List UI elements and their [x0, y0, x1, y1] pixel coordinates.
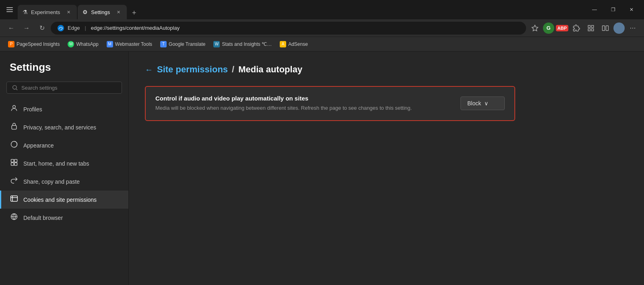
- close-experiments-tab-btn[interactable]: ✕: [65, 8, 72, 16]
- autoplay-dropdown-btn[interactable]: Block ∨: [460, 96, 505, 110]
- media-autoplay-card: Control if audio and video play automati…: [145, 86, 515, 121]
- card-text: Control if audio and video play automati…: [155, 95, 452, 112]
- dropdown-label: Block: [467, 100, 481, 107]
- url-display: edge://settings/content/mediaAutoplay: [91, 25, 180, 31]
- default-browser-icon: [10, 213, 19, 223]
- collections-btn[interactable]: [584, 22, 597, 35]
- sidebar-item-appearance[interactable]: Appearance: [0, 136, 128, 154]
- dropdown-arrow-icon: ∨: [484, 100, 488, 107]
- bookmark-whatsapp-label: WhatsApp: [76, 41, 98, 47]
- new-tab-button[interactable]: +: [128, 6, 140, 19]
- bookmark-stats[interactable]: W Stats and Insights ℃…: [210, 39, 275, 49]
- sidebar-item-privacy[interactable]: Privacy, search, and services: [0, 118, 128, 136]
- bookmark-translate[interactable]: T Google Translate: [157, 39, 208, 49]
- tab-experiments[interactable]: ⚗ Experiments ✕: [18, 5, 77, 19]
- sidebar-item-share-label: Share, copy and paste: [23, 178, 80, 185]
- svg-rect-7: [592, 29, 594, 31]
- close-settings-tab-btn[interactable]: ✕: [115, 8, 122, 16]
- breadcrumb: ← Site permissions / Media autoplay: [145, 64, 628, 75]
- address-separator: |: [85, 25, 86, 31]
- window-controls: — ❐ ✕: [585, 3, 641, 16]
- svg-rect-16: [11, 160, 14, 162]
- bookmark-whatsapp[interactable]: W WhatsApp: [64, 39, 101, 49]
- bookmark-webmaster-label: Webmaster Tools: [115, 41, 152, 47]
- favorites-btn[interactable]: [528, 22, 541, 35]
- titlebar: ⚗ Experiments ✕ ⚙ Settings ✕ + — ❐ ✕: [0, 0, 644, 19]
- tab-settings-label: Settings: [91, 9, 110, 15]
- back-button[interactable]: ←: [5, 22, 18, 35]
- svg-rect-1: [6, 9, 13, 10]
- pagespeed-icon: P: [8, 41, 14, 47]
- profile-avatar[interactable]: [613, 23, 625, 34]
- svg-rect-6: [592, 25, 594, 27]
- bookmark-pagespeed[interactable]: P PageSpeed Insights: [5, 39, 63, 49]
- svg-point-11: [13, 86, 17, 89]
- sidebar-item-default-browser[interactable]: Default browser: [0, 209, 128, 227]
- breadcrumb-link[interactable]: Site permissions: [157, 64, 228, 75]
- svg-point-13: [13, 105, 16, 108]
- edge-logo-icon: [57, 25, 64, 32]
- edge-label: Edge: [68, 25, 80, 31]
- more-options-btn[interactable]: ···: [626, 22, 639, 35]
- translate-icon: T: [160, 41, 167, 47]
- svg-line-12: [16, 89, 17, 90]
- forward-button[interactable]: →: [20, 22, 33, 35]
- profiles-icon: [10, 104, 19, 114]
- share-icon: [10, 176, 19, 187]
- settings-sidebar: Settings Profiles Privacy, search, and s…: [0, 51, 129, 285]
- sidebar-item-share[interactable]: Share, copy and paste: [0, 172, 128, 191]
- whatsapp-icon: W: [68, 41, 74, 47]
- tab-experiments-label: Experiments: [31, 9, 60, 15]
- navbar: ← → ↻ Edge | edge://settings/content/med…: [0, 19, 644, 37]
- bookmark-translate-label: Google Translate: [169, 41, 205, 47]
- settings-title: Settings: [0, 61, 128, 82]
- minimize-button[interactable]: —: [585, 3, 604, 16]
- adsense-icon: A: [280, 41, 286, 47]
- bookmark-adsense[interactable]: A AdSense: [277, 39, 311, 49]
- svg-rect-9: [603, 26, 605, 31]
- sidebar-item-appearance-label: Appearance: [23, 142, 54, 149]
- google-translate-badge[interactable]: G: [543, 23, 554, 34]
- sidebar-toggle-btn[interactable]: [3, 3, 16, 16]
- sidebar-item-start-home[interactable]: Start, home, and new tabs: [0, 154, 128, 172]
- svg-rect-0: [6, 7, 13, 8]
- bookmark-pagespeed-label: PageSpeed Insights: [17, 41, 60, 47]
- stats-icon: W: [213, 41, 220, 47]
- page-content: ← Site permissions / Media autoplay Cont…: [129, 51, 644, 285]
- extensions-btn[interactable]: [570, 22, 583, 35]
- start-home-icon: [10, 158, 19, 168]
- card-title: Control if audio and video play automati…: [155, 95, 452, 102]
- svg-rect-20: [11, 196, 18, 201]
- sidebar-item-cookies[interactable]: Cookies and site permissions: [0, 191, 128, 209]
- search-icon: [12, 84, 18, 91]
- sidebar-item-start-home-label: Start, home, and new tabs: [23, 160, 89, 167]
- svg-rect-17: [14, 160, 17, 162]
- sidebar-item-cookies-label: Cookies and site permissions: [23, 197, 97, 203]
- nav-actions: G ABP ···: [528, 22, 639, 35]
- adblock-plus-badge[interactable]: ABP: [556, 25, 568, 31]
- maximize-button[interactable]: ❐: [604, 3, 622, 16]
- svg-marker-4: [532, 25, 538, 31]
- breadcrumb-back-btn[interactable]: ←: [145, 65, 153, 74]
- experiments-tab-icon: ⚗: [23, 9, 28, 15]
- tab-settings[interactable]: ⚙ Settings ✕: [78, 5, 127, 19]
- search-input[interactable]: [21, 85, 117, 91]
- bookmarks-bar: P PageSpeed Insights W WhatsApp M Webmas…: [0, 37, 644, 51]
- sidebar-item-default-browser-label: Default browser: [23, 215, 63, 221]
- svg-rect-8: [588, 29, 590, 31]
- search-box[interactable]: [6, 82, 122, 94]
- refresh-button[interactable]: ↻: [35, 22, 48, 35]
- svg-rect-5: [588, 25, 590, 27]
- svg-rect-18: [11, 163, 14, 166]
- bookmark-webmaster[interactable]: M Webmaster Tools: [103, 39, 155, 49]
- address-bar[interactable]: Edge | edge://settings/content/mediaAuto…: [51, 22, 526, 35]
- split-screen-btn[interactable]: [599, 22, 612, 35]
- sidebar-item-profiles-label: Profiles: [23, 106, 42, 113]
- webmaster-icon: M: [107, 41, 113, 47]
- settings-tab-icon: ⚙: [83, 9, 88, 15]
- close-window-button[interactable]: ✕: [622, 3, 641, 16]
- cookies-icon: [10, 195, 19, 205]
- sidebar-item-privacy-label: Privacy, search, and services: [23, 124, 96, 131]
- sidebar-item-profiles[interactable]: Profiles: [0, 100, 128, 118]
- breadcrumb-current: Media autoplay: [238, 64, 302, 75]
